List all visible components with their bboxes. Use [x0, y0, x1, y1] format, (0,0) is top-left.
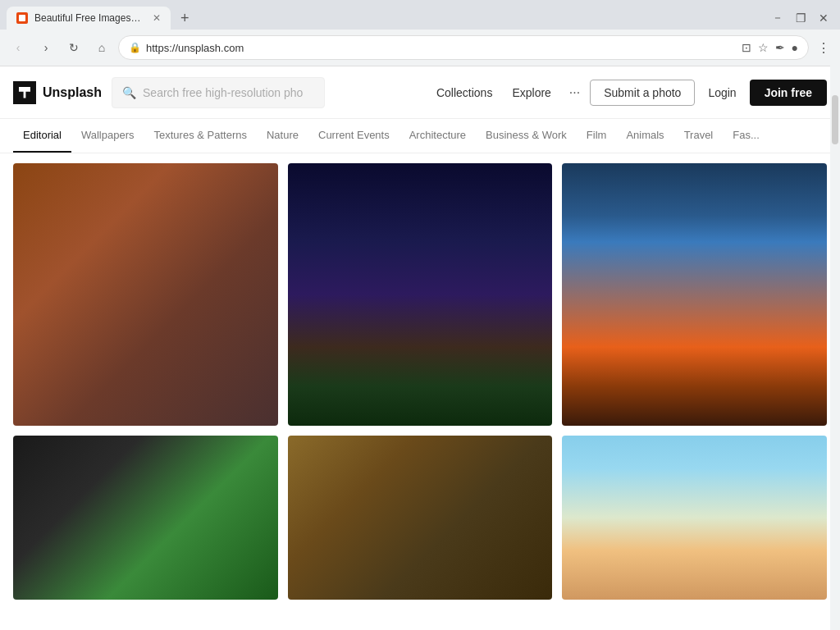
- extension-icon[interactable]: ✒: [775, 41, 785, 54]
- cat-architecture[interactable]: Architecture: [399, 119, 476, 153]
- cat-film[interactable]: Film: [577, 119, 617, 153]
- header-nav: Collections Explore ··· Submit a photo L…: [428, 80, 827, 106]
- tab-favicon: [16, 12, 28, 24]
- cat-fashion[interactable]: Fas...: [723, 119, 769, 153]
- cat-current-events[interactable]: Current Events: [308, 119, 399, 153]
- forward-button[interactable]: ›: [34, 36, 57, 59]
- join-free-button[interactable]: Join free: [750, 80, 827, 106]
- active-tab[interactable]: Beautiful Free Images & Pictures ✕: [7, 7, 171, 30]
- search-bar[interactable]: 🔍: [112, 77, 325, 108]
- search-input[interactable]: [143, 86, 314, 99]
- unsplash-app: Unsplash 🔍 Collections Explore ··· Submi…: [0, 66, 840, 603]
- close-button[interactable]: ✕: [814, 8, 833, 28]
- tab-bar: Beautiful Free Images & Pictures ✕ + － ❐…: [0, 0, 840, 30]
- reload-button[interactable]: ↻: [62, 36, 85, 59]
- photo-grid: [0, 153, 840, 603]
- category-nav: Editorial Wallpapers Textures & Patterns…: [0, 119, 840, 153]
- logo-text: Unsplash: [43, 85, 102, 100]
- scrollbar[interactable]: [830, 30, 840, 630]
- back-button[interactable]: ‹: [7, 36, 30, 59]
- cat-nature[interactable]: Nature: [257, 119, 308, 153]
- collections-link[interactable]: Collections: [428, 81, 500, 104]
- address-bar-icons: ⊡ ☆ ✒ ●: [742, 41, 798, 54]
- window-controls: － ❐ ✕: [768, 8, 833, 28]
- address-bar-row: ‹ › ↻ ⌂ 🔒 https://unsplash.com ⊡ ☆ ✒ ● ⋮: [0, 30, 840, 66]
- cat-wallpapers[interactable]: Wallpapers: [71, 119, 144, 153]
- search-icon: 🔍: [122, 86, 136, 99]
- maximize-button[interactable]: ❐: [791, 8, 810, 28]
- new-tab-button[interactable]: +: [174, 8, 196, 29]
- photo-card-3[interactable]: [562, 163, 827, 426]
- logo-mark: [13, 81, 36, 104]
- cat-editorial[interactable]: Editorial: [13, 119, 71, 153]
- photo-card-2[interactable]: [288, 163, 553, 426]
- home-button[interactable]: ⌂: [90, 36, 113, 59]
- cat-business-work[interactable]: Business & Work: [476, 119, 577, 153]
- photo-card-5[interactable]: [288, 436, 553, 600]
- explore-link[interactable]: Explore: [504, 81, 559, 104]
- minimize-button[interactable]: －: [768, 8, 788, 28]
- profile-icon[interactable]: ●: [792, 41, 798, 54]
- url-text: https://unsplash.com: [146, 42, 737, 54]
- unsplash-logo[interactable]: Unsplash: [13, 81, 102, 104]
- bookmark-icon[interactable]: ☆: [758, 41, 769, 54]
- tab-title: Beautiful Free Images & Pictures: [34, 12, 143, 24]
- photo-card-6[interactable]: [562, 436, 827, 600]
- lock-icon: 🔒: [129, 42, 141, 53]
- browser-chrome: Beautiful Free Images & Pictures ✕ + － ❐…: [0, 0, 840, 66]
- login-button[interactable]: Login: [698, 80, 746, 105]
- tab-close-button[interactable]: ✕: [153, 12, 161, 24]
- address-bar[interactable]: 🔒 https://unsplash.com ⊡ ☆ ✒ ●: [118, 35, 809, 60]
- cat-travel[interactable]: Travel: [674, 119, 724, 153]
- photo-card-1[interactable]: [13, 163, 278, 426]
- cat-animals[interactable]: Animals: [616, 119, 673, 153]
- cat-textures[interactable]: Textures & Patterns: [144, 119, 257, 153]
- app-header: Unsplash 🔍 Collections Explore ··· Submi…: [0, 66, 840, 119]
- photo-card-4[interactable]: [13, 436, 278, 600]
- more-menu-button[interactable]: ···: [563, 82, 587, 103]
- submit-photo-button[interactable]: Submit a photo: [590, 80, 695, 106]
- scrollbar-thumb[interactable]: [832, 95, 838, 144]
- cast-icon[interactable]: ⊡: [742, 41, 751, 54]
